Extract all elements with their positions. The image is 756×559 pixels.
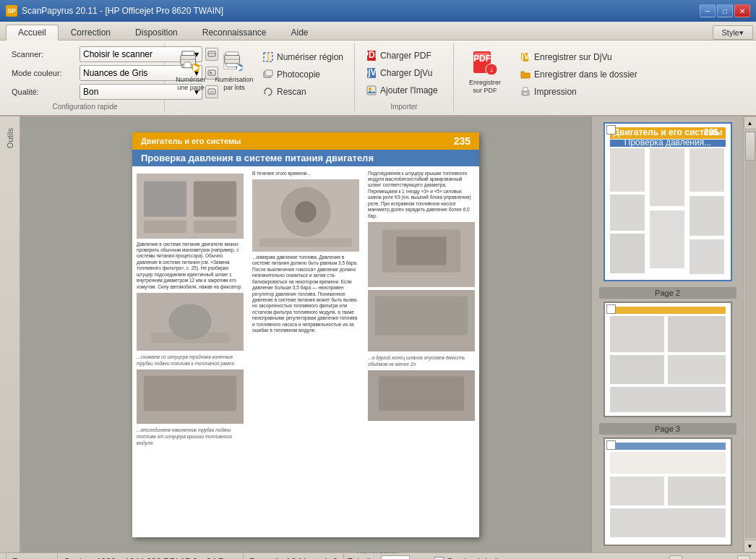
svg-point-51	[295, 201, 317, 223]
svg-rect-76	[610, 316, 664, 352]
page-img-7	[368, 370, 475, 421]
svg-rect-78	[610, 355, 664, 384]
svg-rect-42	[144, 220, 186, 233]
page-number: 235	[454, 135, 471, 147]
page-img-5	[368, 222, 475, 287]
title-bar: SP ScanPapyrus 20.11 - [HP Officejet Pro…	[0, 0, 756, 22]
thumb-wrapper-3[interactable]	[603, 438, 732, 546]
load-pdf-button[interactable]: PDF Charger PDF	[361, 48, 447, 64]
rescan-button[interactable]: Rescan	[257, 84, 348, 100]
svg-rect-48	[144, 376, 236, 411]
page-col-2: В течение этого времени... ...измерим да…	[248, 166, 364, 537]
save-djvu-button[interactable]: DjVu Enregistrer sur DjVu	[515, 49, 643, 65]
import-group: PDF Charger PDF DjVu Charger DjVu Ajoute…	[355, 43, 454, 112]
thumb-checkbox-2[interactable]	[606, 304, 616, 314]
svg-rect-9	[184, 62, 191, 68]
ribbon-tabs: Accueil Correction Disposition Reconnais…	[0, 22, 756, 40]
scan-page-button[interactable]: ▶ Numériserune page	[171, 46, 211, 95]
scan-page-label: Numériserune page	[176, 76, 206, 92]
scale-label: Echelle:	[347, 557, 378, 560]
svg-rect-68	[610, 234, 645, 273]
svg-rect-21	[265, 70, 272, 76]
thumbnail-scrollbar[interactable]: ▲ ▼	[743, 116, 756, 552]
style-button[interactable]: Style▾	[713, 25, 753, 40]
scan-batch-icon: ▶	[223, 50, 246, 73]
svg-rect-73	[690, 239, 724, 274]
caption-1: ...снимаем со штуцера тройника ко­нечные…	[137, 354, 244, 367]
thumb-wrapper-1[interactable]: Двигатель и его системы 235 Проверка дав…	[603, 122, 732, 281]
svg-rect-79	[668, 355, 726, 384]
svg-text:PDF: PDF	[473, 54, 491, 64]
page-img-1	[137, 174, 244, 239]
import-group-label: Importer	[361, 101, 447, 112]
svg-rect-84	[610, 477, 664, 505]
scan-region-button[interactable]: Numériser région	[257, 49, 348, 65]
page-img-2	[137, 293, 244, 351]
svg-rect-75	[610, 307, 726, 314]
col2-text: ...измерим давление топлива. Давление в …	[252, 255, 359, 334]
print-button[interactable]: Impression	[515, 84, 643, 100]
svg-rect-46	[151, 333, 230, 343]
thumbnail-1[interactable]: Двигатель и его системы 235 Проверка дав…	[599, 122, 736, 281]
svg-rect-86	[610, 508, 726, 537]
thumb-checkbox-3[interactable]	[606, 440, 616, 450]
save-pdf-label: Enregistrersur PDF	[469, 79, 501, 95]
app-icon: SP	[6, 5, 17, 17]
pdf-icon: PDF	[366, 50, 377, 61]
save-folder-icon	[520, 69, 531, 80]
scroll-track[interactable]	[744, 131, 756, 538]
minimize-button[interactable]: ─	[700, 4, 716, 17]
tab-reconnaissance[interactable]: Reconnaissance	[190, 24, 279, 40]
close-button[interactable]: ✕	[734, 4, 750, 17]
svg-rect-70	[650, 210, 684, 268]
zone-text: Zone: tout	[12, 557, 51, 560]
scan-batch-button[interactable]: ▶ Numérisationpar lots	[214, 46, 254, 95]
photocopy-button[interactable]: Photocopie	[257, 67, 348, 82]
svg-rect-43	[194, 220, 236, 233]
page-img-3	[137, 370, 244, 424]
page-body: Давление в системе питания дви­гателя мо…	[132, 166, 479, 537]
svg-point-28	[369, 88, 371, 90]
scroll-up-arrow[interactable]: ▲	[744, 116, 757, 129]
scanner-label: Scanner:	[12, 50, 77, 59]
tab-correction[interactable]: Correction	[59, 24, 123, 40]
page-info-text: Page: 1 of 3 Marqué: 0	[249, 557, 338, 560]
svg-rect-41	[194, 181, 236, 216]
page-header: Двигатель и его системы 235	[132, 132, 479, 150]
thumb-wrapper-2[interactable]	[603, 302, 732, 417]
tab-aide[interactable]: Aide	[278, 24, 320, 40]
svg-rect-80	[610, 387, 726, 412]
document-viewer[interactable]: Двигатель и его системы 235 Проверка дав…	[20, 116, 591, 552]
col3-text: Подсоединяем к штуцеру крышки топливного…	[368, 171, 475, 220]
caption-3: ...а другой конец шланга опускаем ёмкост…	[368, 354, 475, 367]
mode-label: Mode couleur:	[12, 69, 77, 77]
page-title: Двигатель и его системы	[141, 137, 241, 145]
ribbon: Scanner: Choisir le scanner ▾ Mode coule…	[0, 40, 756, 116]
scanner-group-label: Configuration rapide	[12, 101, 158, 112]
tools-label: Outils	[6, 122, 14, 154]
tab-disposition[interactable]: Disposition	[123, 24, 190, 40]
col2-header: В течение этого времени...	[252, 171, 359, 176]
save-pdf-button[interactable]: PDF ↓ Enregistrersur PDF	[460, 46, 510, 98]
svg-rect-37	[523, 88, 528, 91]
scan-page-icon: ▶	[179, 50, 202, 73]
thumbnail-panel[interactable]: Двигатель и его системы 235 Проверка дав…	[591, 116, 743, 552]
page-img-6	[368, 290, 475, 351]
scroll-thumb[interactable]	[745, 132, 755, 161]
svg-text:↓: ↓	[489, 64, 494, 74]
page-img-4	[252, 179, 359, 252]
svg-rect-55	[396, 236, 446, 265]
thumb-checkbox-1[interactable]	[606, 125, 616, 135]
main-content: Outils Двигатель и его системы 235 Прове…	[0, 116, 756, 552]
thumbnail-2[interactable]: Page 2	[599, 287, 736, 417]
document-page: Двигатель и его системы 235 Проверка дав…	[132, 132, 479, 537]
tab-accueil[interactable]: Accueil	[6, 25, 59, 40]
svg-rect-67	[610, 195, 645, 231]
thumbnail-3[interactable]: Page 3	[599, 423, 736, 546]
page-col-3: Подсоединяем к штуцеру крышки топливного…	[364, 166, 479, 537]
maximize-button[interactable]: □	[717, 4, 733, 17]
save-folder-button[interactable]: Enregistrer dans le dossier	[515, 67, 643, 82]
svg-rect-66	[610, 148, 645, 192]
add-image-button[interactable]: Ajouter l'Image	[361, 82, 447, 98]
load-djvu-button[interactable]: DjVu Charger DjVu	[361, 65, 447, 81]
